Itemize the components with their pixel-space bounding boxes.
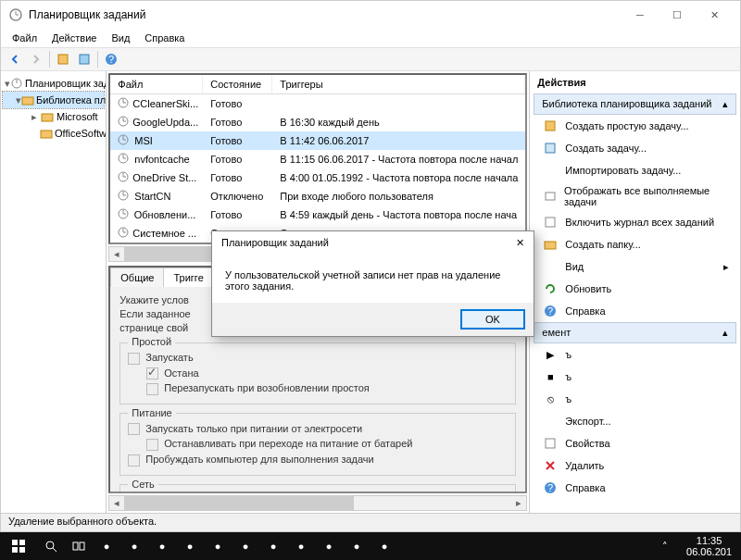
clock[interactable]: 11:35 06.06.201 [679,535,739,557]
tray-chevron-icon[interactable]: ˄ [651,532,679,560]
taskview-icon[interactable] [65,532,93,560]
forward-button[interactable] [26,49,46,69]
action-create-folder[interactable]: Создать папку... [534,233,736,255]
tree-office[interactable]: OfficeSoftwareProtect [3,125,104,142]
svg-text:?: ? [108,54,114,65]
action-create[interactable]: Создать задачу... [534,137,736,159]
app-icon[interactable]: ● [232,532,259,560]
app-icon[interactable]: ● [315,532,343,560]
task-icon [543,118,558,133]
app-icon[interactable]: ● [204,532,232,560]
col-triggers[interactable]: Триггеры [272,75,525,93]
close-button[interactable]: ✕ [696,2,733,28]
menu-view[interactable]: Вид [104,31,137,45]
scroll-right-icon[interactable]: ▸ [511,496,526,510]
action-end[interactable]: ■ъ [534,366,736,388]
app-icon[interactable]: ● [176,532,204,560]
group-power: Питание Запускать только при питании от … [119,408,516,476]
statusbar: Удаление выбранного объекта. [1,513,740,531]
action-export[interactable]: Экспорт... [534,410,736,432]
back-button[interactable] [5,49,25,69]
folder-icon [543,237,558,252]
menu-file[interactable]: Файл [5,31,44,45]
collapse-icon[interactable]: ▴ [722,327,728,339]
actions-selected-header[interactable]: емент ▴ [534,322,736,343]
checkbox[interactable] [128,423,140,435]
action-show-all[interactable]: Отображать все выполняемые задачи [534,181,736,211]
checkbox[interactable] [128,353,140,365]
dialog-close-icon[interactable]: ✕ [516,237,524,249]
collapse-icon[interactable]: ▴ [722,98,728,110]
app-icon[interactable]: ● [370,532,398,560]
refresh-icon [543,281,558,296]
task-row[interactable]: CCleanerSki...Готово [110,94,525,113]
folder-icon [21,93,34,107]
svg-rect-4 [80,55,89,64]
action-run[interactable]: ▶ъ [534,343,736,366]
toolbar-folder-icon[interactable] [53,49,73,69]
task-row[interactable]: MSIГотовоВ 11:42 06.06.2017 [110,131,525,150]
toolbar-properties-icon[interactable] [74,49,94,69]
maximize-button[interactable]: ☐ [659,2,696,28]
checkbox[interactable] [146,439,158,451]
actions-panel: Действия Библиотека планировщика заданий… [530,71,740,513]
tab-triggers[interactable]: Тригге [163,268,213,287]
task-row[interactable]: Обновлени...ГотовоВ 4:59 каждый день - Ч… [110,205,525,224]
task-row[interactable]: OneDrive St...ГотовоВ 4:00 01.05.1992 - … [110,168,525,187]
action-refresh[interactable]: Обновить [534,278,736,300]
app-icon[interactable]: ● [148,532,176,560]
checkbox[interactable] [146,367,158,380]
task-row[interactable]: nvfontcacheГотовоВ 11:15 06.06.2017 - Ча… [110,150,525,168]
dialog-message: У пользовательской учетной записи нет пр… [212,255,534,303]
action-enable-log[interactable]: Включить журнал всех заданий [534,211,736,233]
action-properties[interactable]: Свойства [534,432,736,454]
titlebar: Планировщик заданий ─ ☐ ✕ [1,1,740,29]
action-import[interactable]: Импортировать задачу... [534,159,736,181]
action-disable[interactable]: ⦸ъ [534,388,736,410]
clock-icon [118,97,129,110]
system-tray: ˄ 11:35 06.06.201 [651,532,741,560]
minimize-button[interactable]: ─ [622,2,659,28]
menu-help[interactable]: Справка [137,31,192,45]
col-state[interactable]: Состояние [203,75,272,93]
app-icon[interactable]: ● [259,532,287,560]
actions-lib-header[interactable]: Библиотека планировщика заданий ▴ [534,93,736,115]
action-view[interactable]: Вид▸ [534,255,736,278]
disable-icon: ⦸ [543,392,558,406]
search-icon[interactable] [37,532,65,560]
actions-header: Действия [530,71,740,93]
action-help2[interactable]: ?Справка [534,477,736,499]
checkbox[interactable] [146,383,158,395]
action-help[interactable]: ?Справка [534,300,736,322]
expand-icon[interactable]: ▸ [29,109,40,124]
tree-microsoft[interactable]: ▸ Microsoft [3,108,104,125]
task-row[interactable]: GoogleUpda...ГотовоВ 16:30 каждый день [110,113,525,131]
scroll-left-icon[interactable]: ◂ [109,496,124,510]
clock-icon [10,76,23,91]
svg-rect-53 [80,542,84,550]
app-icon[interactable]: ● [343,532,370,560]
svg-rect-46 [12,540,18,545]
tab-general[interactable]: Общие [110,268,164,287]
action-delete[interactable]: Удалить [534,454,736,477]
task-row[interactable]: StartCNОтключеноПри входе любого пользов… [110,187,525,205]
app-icon[interactable]: ● [287,532,315,560]
svg-rect-10 [42,114,53,121]
scroll-left-icon[interactable]: ◂ [109,247,124,261]
app-icon[interactable]: ● [120,532,148,560]
dialog-titlebar: Планировщик заданий ✕ [212,231,534,255]
menu-action[interactable]: Действие [44,31,104,45]
ok-button[interactable]: OK [461,310,524,329]
tree-library[interactable]: ▾ Библиотека планировщ [3,92,104,108]
h-scrollbar-2[interactable]: ◂ ▸ [108,495,527,511]
tree-root[interactable]: ▾ Планировщик заданий (Лок [3,75,104,92]
toolbar: ? [1,47,740,71]
toolbar-help-icon[interactable]: ? [101,49,121,69]
start-button[interactable] [0,532,37,560]
tree-panel: ▾ Планировщик заданий (Лок ▾ Библиотека … [1,71,107,513]
svg-text:?: ? [547,305,553,317]
checkbox[interactable] [128,454,140,467]
action-create-basic[interactable]: Создать простую задачу... [534,115,736,137]
col-file[interactable]: Файл [110,75,203,93]
app-icon[interactable]: ● [93,532,120,560]
